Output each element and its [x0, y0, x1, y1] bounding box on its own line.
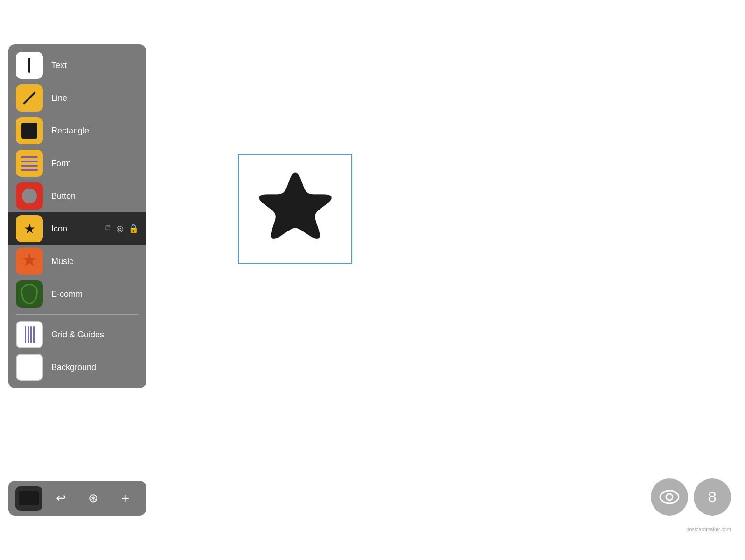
- star-shape: [239, 155, 351, 263]
- form-line-3: [21, 165, 38, 167]
- line-label: Line: [51, 93, 67, 103]
- watermark: postcardmaker.com: [686, 526, 731, 532]
- button-icon-inner: [22, 189, 37, 203]
- grid-icon: [16, 321, 43, 348]
- panel-item-button[interactable]: Button: [8, 180, 146, 212]
- page-number-button[interactable]: 8: [694, 478, 731, 516]
- add-icon: +: [121, 490, 130, 506]
- form-line-1: [21, 156, 38, 158]
- text-icon-inner: [28, 58, 30, 73]
- grid-line-1: [25, 326, 26, 343]
- bottom-right-controls: 8: [651, 478, 731, 516]
- star-svg: [246, 160, 344, 258]
- canvas-tool-button[interactable]: [15, 486, 42, 511]
- panel-item-line[interactable]: Line: [8, 82, 146, 114]
- icon-label: Icon: [51, 224, 67, 234]
- canvas-selected-element[interactable]: [238, 154, 352, 264]
- ecomm-icon-bg: [16, 280, 43, 308]
- form-label: Form: [51, 159, 71, 168]
- page-number: 8: [708, 489, 717, 506]
- form-line-2: [21, 161, 38, 162]
- eye-icon: [659, 490, 680, 504]
- panel-item-rectangle[interactable]: Rectangle: [8, 114, 146, 147]
- grid-label: Grid & Guides: [51, 330, 104, 340]
- panel-item-background[interactable]: Background: [8, 351, 146, 384]
- svg-point-0: [660, 491, 679, 503]
- ecomm-label: E-comm: [51, 289, 83, 299]
- bottom-toolbar: ↩ ⊛ +: [8, 481, 146, 516]
- grid-lines: [25, 326, 35, 343]
- star-icon: ★: [24, 221, 35, 237]
- icon-icon: ★: [16, 215, 43, 242]
- preview-button[interactable]: [651, 478, 688, 516]
- panel-divider: [16, 314, 139, 315]
- rect-icon-inner: [21, 123, 37, 139]
- panel-item-form[interactable]: Form: [8, 147, 146, 180]
- rectangle-label: Rectangle: [51, 126, 89, 136]
- eye-action-icon[interactable]: ◎: [116, 224, 124, 234]
- music-label: Music: [51, 257, 73, 266]
- svg-point-1: [666, 494, 673, 500]
- canvas-tool-icon: [19, 491, 39, 505]
- panel-item-music[interactable]: Music: [8, 245, 146, 278]
- add-button[interactable]: +: [112, 486, 139, 511]
- undo-button[interactable]: ↩: [48, 486, 75, 511]
- layers-icon: ⊛: [88, 491, 98, 505]
- ecomm-shape: [21, 284, 38, 304]
- text-label: Text: [51, 61, 67, 70]
- button-label: Button: [51, 191, 76, 201]
- button-icon: [16, 182, 43, 210]
- ecomm-icon: [16, 280, 43, 308]
- lock-action-icon[interactable]: 🔒: [128, 224, 139, 234]
- text-icon: [16, 52, 43, 79]
- line-icon: [16, 84, 43, 112]
- panel-item-icon[interactable]: ★ Icon ⧉ ◎ 🔒: [8, 212, 146, 245]
- copy-action-icon[interactable]: ⧉: [105, 224, 111, 234]
- rectangle-icon: [16, 117, 43, 144]
- panel-item-ecomm[interactable]: E-comm: [8, 278, 146, 310]
- icon-actions: ⧉ ◎ 🔒: [105, 224, 139, 234]
- grid-line-2: [28, 326, 29, 343]
- left-panel: Text Line Rectangle Form Button: [8, 44, 146, 388]
- background-icon: [16, 354, 43, 381]
- form-line-4: [21, 169, 38, 171]
- background-label: Background: [51, 363, 96, 372]
- form-icon: [16, 150, 43, 177]
- undo-icon: ↩: [56, 491, 66, 505]
- line-icon-inner: [23, 91, 36, 105]
- music-icon-bg: [16, 248, 43, 275]
- panel-item-grid[interactable]: Grid & Guides: [8, 318, 146, 351]
- grid-line-4: [33, 326, 35, 343]
- panel-item-text[interactable]: Text: [8, 49, 146, 82]
- form-icon-inner: [21, 156, 38, 171]
- music-icon: [16, 248, 43, 275]
- layers-button[interactable]: ⊛: [80, 486, 107, 511]
- grid-line-3: [30, 326, 32, 343]
- music-burst-svg: [20, 252, 39, 271]
